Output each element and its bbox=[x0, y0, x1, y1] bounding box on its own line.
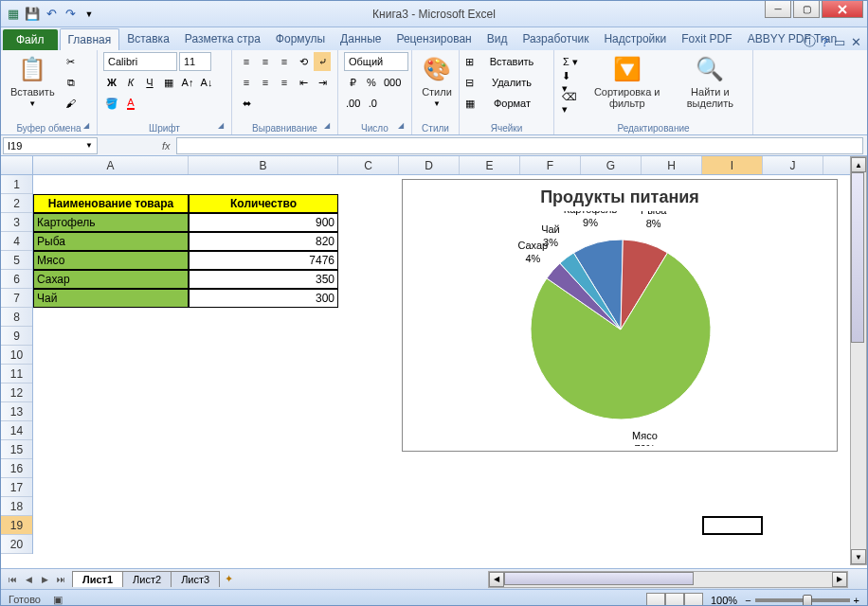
row-header-6[interactable]: 6 bbox=[1, 270, 32, 289]
cell-A4[interactable]: Рыба bbox=[33, 232, 189, 251]
format-painter-icon[interactable]: 🖌 bbox=[63, 94, 80, 113]
insert-cells-button[interactable]: Вставить bbox=[476, 52, 548, 71]
bold-icon[interactable]: Ж bbox=[103, 73, 120, 92]
zoom-in-icon[interactable]: + bbox=[854, 595, 859, 606]
page-layout-view-icon[interactable] bbox=[665, 593, 684, 607]
undo-icon[interactable]: ↶ bbox=[43, 6, 60, 23]
redo-icon[interactable]: ↷ bbox=[62, 6, 79, 23]
align-right-icon[interactable]: ≡ bbox=[276, 73, 293, 92]
number-launcher[interactable]: ◢ bbox=[398, 121, 409, 133]
scroll-down-icon[interactable]: ▼ bbox=[851, 549, 866, 564]
font-color-icon[interactable]: A bbox=[122, 94, 139, 113]
row-header-5[interactable]: 5 bbox=[1, 251, 32, 270]
row-header-17[interactable]: 17 bbox=[1, 478, 32, 497]
chart-object[interactable]: Продукты питания Картофель9%Рыба8%Мясо76… bbox=[402, 179, 838, 452]
row-header-14[interactable]: 14 bbox=[1, 421, 32, 440]
row-header-9[interactable]: 9 bbox=[1, 327, 32, 346]
zoom-slider[interactable] bbox=[755, 598, 850, 602]
col-header-A[interactable]: A bbox=[33, 156, 189, 174]
cell-B4[interactable]: 820 bbox=[189, 232, 338, 251]
sheet-tab-Лист2[interactable]: Лист2 bbox=[122, 571, 172, 587]
autosum-icon[interactable]: Σ ▾ bbox=[560, 52, 581, 71]
fx-icon[interactable]: fx bbox=[156, 140, 176, 152]
page-break-view-icon[interactable] bbox=[684, 593, 703, 607]
row-header-19[interactable]: 19 bbox=[1, 516, 32, 535]
row-header-1[interactable]: 1 bbox=[1, 175, 32, 194]
sheet-nav-last-icon[interactable]: ⏭ bbox=[53, 572, 68, 587]
scroll-up-icon[interactable]: ▲ bbox=[851, 157, 866, 172]
col-header-H[interactable]: H bbox=[642, 156, 702, 174]
row-header-11[interactable]: 11 bbox=[1, 365, 32, 383]
cell-A6[interactable]: Сахар bbox=[33, 270, 189, 289]
row-header-18[interactable]: 18 bbox=[1, 497, 32, 516]
row-header-10[interactable]: 10 bbox=[1, 346, 32, 365]
sheet-nav-next-icon[interactable]: ▶ bbox=[37, 572, 52, 587]
dec-decimal-icon[interactable]: .0 bbox=[364, 94, 381, 113]
paste-button[interactable]: 📋 Вставить ▼ bbox=[7, 52, 59, 110]
delete-cells-button[interactable]: Удалить bbox=[476, 73, 548, 92]
col-header-C[interactable]: C bbox=[338, 156, 399, 174]
align-top-icon[interactable]: ≡ bbox=[238, 52, 255, 71]
doc-close-icon[interactable]: ✕ bbox=[851, 35, 861, 49]
scroll-right-icon[interactable]: ▶ bbox=[832, 572, 847, 587]
percent-icon[interactable]: % bbox=[363, 73, 380, 92]
tab-Разметка стра[interactable]: Разметка стра bbox=[177, 28, 268, 50]
tab-Данные[interactable]: Данные bbox=[333, 28, 389, 50]
tab-Разработчик[interactable]: Разработчик bbox=[515, 28, 596, 50]
row-header-4[interactable]: 4 bbox=[1, 232, 32, 251]
insert-cells-icon[interactable]: ⊞ bbox=[465, 56, 474, 68]
row-header-12[interactable]: 12 bbox=[1, 383, 32, 402]
italic-icon[interactable]: К bbox=[122, 73, 139, 92]
close-button[interactable] bbox=[822, 1, 863, 18]
format-cells-icon[interactable]: ▦ bbox=[465, 98, 475, 110]
select-all-corner[interactable] bbox=[1, 156, 33, 174]
ribbon-min-icon[interactable]: ▭ bbox=[834, 35, 845, 49]
name-box[interactable]: I19▼ bbox=[3, 137, 98, 154]
font-name-combo[interactable]: Calibri bbox=[103, 52, 177, 71]
row-header-2[interactable]: 2 bbox=[1, 194, 32, 213]
copy-icon[interactable]: ⧉ bbox=[63, 73, 80, 92]
row-header-13[interactable]: 13 bbox=[1, 402, 32, 421]
maximize-button[interactable]: ▢ bbox=[793, 1, 820, 18]
qat-dropdown-icon[interactable]: ▼ bbox=[81, 6, 98, 23]
align-mid-icon[interactable]: ≡ bbox=[257, 52, 274, 71]
vertical-scrollbar[interactable]: ▲ ▼ bbox=[850, 156, 867, 565]
scroll-left-icon[interactable]: ◀ bbox=[489, 572, 504, 587]
col-header-D[interactable]: D bbox=[399, 156, 460, 174]
macro-record-icon[interactable]: ▣ bbox=[53, 594, 63, 605]
file-tab[interactable]: Файл bbox=[3, 29, 58, 50]
tab-Формулы[interactable]: Формулы bbox=[268, 28, 333, 50]
help-icon[interactable]: ? bbox=[822, 35, 828, 49]
sheet-nav-first-icon[interactable]: ⏮ bbox=[5, 572, 20, 587]
align-launcher[interactable]: ◢ bbox=[324, 121, 335, 133]
tab-Надстройки[interactable]: Надстройки bbox=[596, 28, 674, 50]
underline-icon[interactable]: Ч bbox=[141, 73, 158, 92]
clipboard-launcher[interactable]: ◢ bbox=[83, 121, 95, 133]
minimize-ribbon-icon[interactable]: ⓘ bbox=[804, 33, 816, 50]
tab-Вид[interactable]: Вид bbox=[479, 28, 515, 50]
grow-font-icon[interactable]: A↑ bbox=[179, 73, 196, 92]
delete-cells-icon[interactable]: ⊟ bbox=[465, 77, 474, 89]
font-size-combo[interactable]: 11 bbox=[179, 52, 211, 71]
zoom-level[interactable]: 100% bbox=[711, 595, 737, 606]
save-icon[interactable]: 💾 bbox=[24, 6, 41, 23]
orientation-icon[interactable]: ⟲ bbox=[295, 52, 312, 71]
sheet-nav-prev-icon[interactable]: ◀ bbox=[21, 572, 36, 587]
row-header-15[interactable]: 15 bbox=[1, 440, 32, 459]
format-cells-button[interactable]: Формат bbox=[477, 94, 548, 113]
new-sheet-icon[interactable]: ✦ bbox=[219, 573, 239, 585]
tab-Главная[interactable]: Главная bbox=[60, 28, 120, 50]
horizontal-scrollbar[interactable]: ◀ ▶ bbox=[488, 571, 848, 588]
col-header-F[interactable]: F bbox=[520, 156, 581, 174]
cell-A2[interactable]: Наименование товара bbox=[33, 194, 189, 213]
align-left-icon[interactable]: ≡ bbox=[238, 73, 255, 92]
col-header-I[interactable]: I bbox=[702, 156, 763, 174]
minimize-button[interactable]: ─ bbox=[765, 1, 791, 18]
fill-color-icon[interactable]: 🪣 bbox=[103, 94, 120, 113]
normal-view-icon[interactable] bbox=[646, 593, 665, 607]
inc-decimal-icon[interactable]: .00 bbox=[344, 94, 362, 113]
row-header-8[interactable]: 8 bbox=[1, 308, 32, 327]
clear-icon[interactable]: ⌫ ▾ bbox=[560, 94, 581, 113]
merge-icon[interactable]: ⬌ bbox=[238, 94, 255, 113]
align-center-icon[interactable]: ≡ bbox=[257, 73, 274, 92]
